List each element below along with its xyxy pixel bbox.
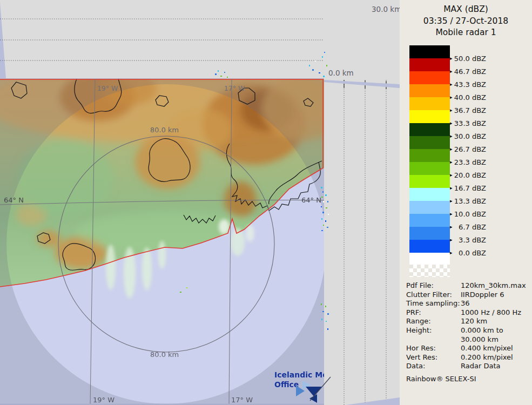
scale-level-label: 23.3 dBZ [452, 158, 486, 166]
color-scale-band-below-min [409, 253, 450, 265]
color-scale-band: ▸ 40.0 dBZ [409, 84, 450, 97]
scale-level-label: 33.3 dBZ [452, 119, 486, 127]
info-label: Vert Res: [406, 353, 461, 362]
info-value: Radar Data [461, 362, 529, 371]
product-title: MAX (dBZ) [400, 4, 532, 16]
scale-level-label: 43.3 dBZ [452, 80, 486, 89]
info-row: Vert Res: 0.200 km/pixel [406, 353, 529, 362]
info-label: Height: [406, 326, 461, 335]
color-scale-band-transparent [409, 265, 450, 277]
info-row: Range: 120 km [406, 317, 529, 326]
info-value: 1000 Hz / 800 Hz [461, 308, 529, 318]
sidebar-header: MAX (dBZ) 03:35 / 27-Oct-2018 Mobile rad… [400, 0, 532, 39]
info-label: Time sampling: [406, 299, 461, 308]
longitude-label-19w-top: 19° W [97, 84, 118, 92]
scale-level-label: 0.0 dBZ [452, 249, 486, 257]
scale-level-label: 16.7 dBZ [452, 184, 486, 192]
latitude-label-left: 64° N [4, 196, 24, 204]
radar-display-svg: 30.0 km 0.0 km [0, 0, 400, 405]
scale-level-label: 3.3 dBZ [452, 236, 486, 244]
color-scale-band: ▸ 46.7 dBZ [409, 58, 450, 71]
sidebar: MAX (dBZ) 03:35 / 27-Oct-2018 Mobile rad… [400, 0, 532, 405]
info-row: Pdf File: 120km_30km.max [406, 281, 529, 291]
color-scale-band: ▸ 50.0 dBZ [409, 45, 450, 58]
scale-level-label: 10.0 dBZ [452, 210, 486, 218]
info-row: Hor Res: 0.400 km/pixel [406, 344, 529, 353]
info-label: Pdf File: [406, 281, 461, 291]
latitude-label-right: 64° N [301, 196, 321, 204]
info-label: Clutter Filter: [406, 291, 461, 300]
height-scale-max-label: 30.0 km [372, 5, 400, 14]
info-label: Hor Res: [406, 344, 461, 353]
color-scale-band: ▸ 3.3 dBZ [409, 227, 450, 240]
info-row: Clutter Filter: IIRDoppler 6 [406, 291, 529, 300]
software-brand: Rainbow® SELEX-SI [406, 375, 529, 384]
imo-logo-text-line1: Icelandic Met [274, 370, 332, 379]
scale-level-label: 26.7 dBZ [452, 145, 486, 153]
longitude-label-17w-top: 17° W [224, 84, 245, 92]
color-scale-band: ▸ 10.0 dBZ [409, 201, 450, 214]
info-value: 36 [461, 299, 529, 308]
imo-logo-text-line2: Office [274, 380, 299, 389]
scale-level-label: 13.3 dBZ [452, 197, 486, 205]
color-scale-band: ▸ 43.3 dBZ [409, 71, 450, 84]
info-label: Range: [406, 317, 461, 326]
color-scale-band: ▸ 16.7 dBZ [409, 175, 450, 188]
info-row: Data: Radar Data [406, 362, 529, 371]
color-scale-band: ▸ 33.3 dBZ [409, 110, 450, 123]
info-label: PRF: [406, 308, 461, 318]
color-scale-band: ▸ 6.7 dBZ [409, 214, 450, 227]
info-row: Height: 0.000 km to [406, 326, 529, 335]
info-row: 30.000 km [406, 335, 529, 345]
scale-level-label: 20.0 dBZ [452, 171, 486, 179]
info-value: 0.000 km to [461, 326, 529, 335]
radar-name: Mobile radar 1 [400, 27, 532, 39]
info-row: PRF: 1000 Hz / 800 Hz [406, 308, 529, 318]
scale-level-label: 46.7 dBZ [452, 68, 486, 76]
scale-level-label: 6.7 dBZ [452, 223, 486, 231]
scan-datetime: 03:35 / 27-Oct-2018 [400, 16, 532, 28]
color-scale-band: ▸ 26.7 dBZ [409, 136, 450, 149]
scale-level-label: 36.7 dBZ [452, 106, 486, 114]
color-scale-band: ▸ 30.0 dBZ [409, 123, 450, 136]
radar-map-view[interactable]: 30.0 km 0.0 km [0, 0, 400, 405]
longitude-label-19w-bottom: 19° W [93, 396, 115, 404]
color-scale-band: ▸ 36.7 dBZ [409, 97, 450, 110]
height-scale-min-label: 0.0 km [328, 69, 354, 77]
color-scale-band: ▸ 13.3 dBZ [409, 188, 450, 201]
color-scale-band: ▸ 20.0 dBZ [409, 162, 450, 175]
info-value: 30.000 km [461, 335, 529, 345]
info-label [406, 335, 461, 345]
color-scale-band: ▸ 0.0 dBZ [409, 240, 450, 253]
info-value: IIRDoppler 6 [461, 291, 529, 300]
info-value: 0.400 km/pixel [461, 344, 529, 353]
info-value: 0.200 km/pixel [461, 353, 529, 362]
info-value: 120km_30km.max [461, 281, 529, 291]
range-ring-label-top: 80.0 km [150, 126, 179, 134]
color-scale-band: ▸ 23.3 dBZ [409, 149, 450, 162]
scale-level-label: 30.0 dBZ [452, 132, 486, 140]
longitude-label-17w-bottom: 17° W [231, 396, 253, 404]
scale-level-label: 40.0 dBZ [452, 93, 486, 102]
info-value: 120 km [461, 317, 529, 326]
info-label: Data: [406, 362, 461, 371]
info-row: Time sampling: 36 [406, 299, 529, 308]
scale-level-label: 50.0 dBZ [452, 55, 486, 63]
product-info: Pdf File: 120km_30km.max Clutter Filter:… [406, 281, 529, 384]
color-scale: ▸ 50.0 dBZ ▸ 46.7 dBZ ▸ 43.3 dBZ ▸ 40.0 … [409, 45, 526, 277]
map-canvas[interactable]: 80.0 km 80.0 km 64° N 64° N 19° W 17° W … [0, 62, 343, 405]
range-ring-label-bottom: 80.0 km [150, 350, 179, 359]
